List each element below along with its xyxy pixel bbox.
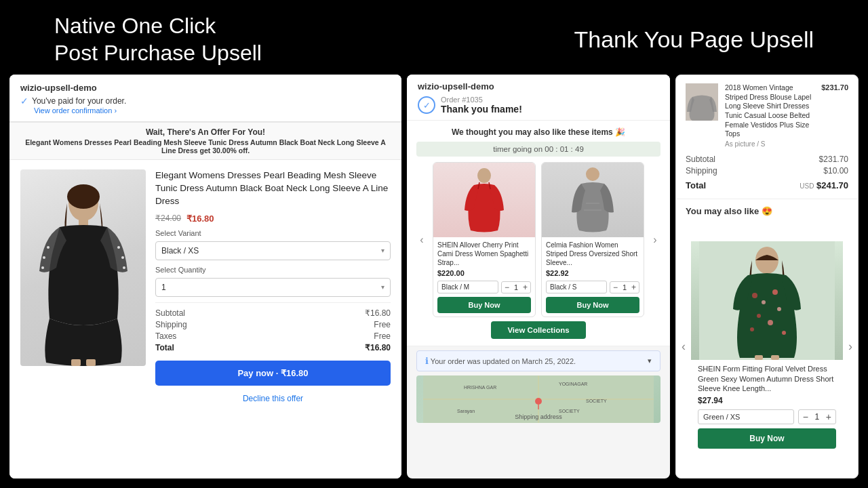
variant-select-group: Select Variant Black / XS ▾ [155, 229, 391, 260]
chevron-down-icon-qty: ▾ [381, 283, 384, 291]
red-dress-illustration [460, 166, 508, 234]
card-2-price: $22.92 [546, 269, 639, 277]
card-2-title: Celmia Fashion Women Striped Dress Overs… [546, 241, 639, 267]
right-qty-increase[interactable]: + [826, 412, 831, 422]
product-card-1: SHEIN Allover Cherry Print Cami Dress Wo… [433, 162, 536, 317]
right-shipping-value: $10.00 [823, 166, 848, 176]
may-like-title: We thought you may also like these items… [416, 127, 660, 137]
card-1-buy-button[interactable]: Buy Now [437, 297, 531, 313]
offer-title: Wait, There's An Offer For You! [23, 127, 388, 137]
header-left-line1: Native One Click [54, 12, 262, 39]
left-store-name: wizio-upsell-demo [20, 83, 391, 93]
card-2-info: Celmia Fashion Women Striped Dress Overs… [542, 237, 644, 317]
right-total-row: Total USD $241.70 [686, 180, 848, 190]
right-variant-dropdown[interactable]: Green / XS [698, 409, 794, 424]
prev-arrow-icon[interactable]: ‹ [416, 162, 427, 317]
card-1-qty-controls: − 1 + [501, 281, 531, 293]
mid-store-name: wizio-upsell-demo [418, 81, 659, 92]
total-value: ₹16.80 [365, 343, 391, 352]
right-order-item: 2018 Women Vintage Striped Dress Blouse … [686, 83, 848, 148]
card-2-qty-controls: − 1 + [610, 281, 639, 293]
card-2-buy-button[interactable]: Buy Now [546, 297, 639, 313]
you-may-like-header: You may also like 😍 [676, 199, 858, 216]
svg-point-14 [586, 167, 599, 181]
card-1-image [433, 163, 535, 237]
offer-description: Elegant Womens Dresses Pearl Beading Mes… [23, 138, 388, 155]
quantity-label: Select Quantity [155, 266, 391, 274]
total-row: Total ₹16.80 [155, 343, 391, 352]
right-card-info: SHEIN Form Fitting Floral Velvet Dress G… [691, 360, 843, 453]
dress-illustration [29, 183, 138, 366]
svg-rect-9 [71, 359, 81, 366]
view-order-link[interactable]: View order confirmation › [34, 106, 391, 115]
decline-offer-link[interactable]: Decline this offer [155, 394, 391, 403]
right-shipping-label: Shipping [686, 166, 717, 176]
subtotal-value: ₹16.80 [365, 308, 391, 318]
right-grand-total: $241.70 [816, 180, 848, 190]
right-subtotal-label: Subtotal [686, 155, 715, 164]
right-item-variant: As picture / S [725, 140, 814, 148]
price-row: ₹24.00 ₹16.80 [155, 214, 391, 224]
right-order-summary: 2018 Women Vintage Striped Dress Blouse … [676, 75, 858, 199]
card-2-qty-decrease[interactable]: − [613, 283, 618, 291]
totals: Subtotal ₹16.80 Shipping Free Taxes Free… [155, 302, 391, 352]
paid-message-row: ✓ You've paid for your order. [20, 96, 391, 106]
svg-point-1 [67, 184, 100, 209]
price-sale: ₹16.80 [186, 214, 214, 224]
card-1-qty-value: 1 [511, 283, 521, 291]
header: Native One Click Post Purchase Upsell Th… [0, 0, 868, 75]
right-next-arrow-icon[interactable]: › [846, 340, 855, 354]
right-card-image [691, 241, 843, 360]
card-2-qty-increase[interactable]: + [631, 283, 636, 291]
svg-point-34 [757, 314, 761, 318]
chevron-down-icon-order: ▾ [648, 357, 652, 365]
right-panel: 2018 Women Vintage Striped Dress Blouse … [675, 75, 859, 479]
floral-dress-illustration [691, 241, 843, 360]
left-store-header: wizio-upsell-demo ✓ You've paid for your… [9, 75, 401, 122]
order-updated-left: ℹ Your order was updated on March 25, 20… [425, 356, 576, 366]
svg-point-37 [750, 327, 754, 331]
svg-point-8 [123, 266, 125, 269]
taxes-value: Free [374, 331, 391, 341]
mid-order-info: ✓ Order #1035 Thank you fname! [418, 96, 659, 115]
svg-text:SOCIETY: SOCIETY [586, 399, 607, 403]
product-image-wrap [20, 169, 146, 469]
quantity-dropdown[interactable]: 1 ▾ [155, 278, 391, 297]
right-item-title: 2018 Women Vintage Striped Dress Blouse … [725, 83, 814, 139]
card-1-qty-decrease[interactable]: − [505, 283, 509, 291]
panels: wizio-upsell-demo ✓ You've paid for your… [0, 75, 868, 488]
right-item-image [686, 83, 718, 121]
total-label: Total [155, 343, 174, 352]
svg-point-7 [121, 256, 124, 259]
view-collections-button[interactable]: View Collections [491, 321, 585, 339]
card-2-variant[interactable]: Black / S [546, 281, 607, 293]
card-1-controls: Black / M − 1 + [437, 281, 531, 293]
right-card-price: $27.94 [698, 396, 836, 405]
card-1-qty-increase[interactable]: + [523, 283, 528, 291]
map-area: HRISHNA GAR YOGINAGAR SOCIETY Sarayan SO… [416, 375, 660, 423]
right-totals: Subtotal $231.70 Shipping $10.00 Total U… [686, 155, 848, 190]
svg-point-36 [777, 307, 781, 311]
card-1-variant[interactable]: Black / M [437, 281, 498, 293]
product-card-2: Celmia Fashion Women Striped Dress Overs… [541, 162, 644, 317]
next-arrow-icon[interactable]: › [650, 162, 660, 317]
card-1-info: SHEIN Allover Cherry Print Cami Dress Wo… [433, 237, 535, 317]
right-prev-arrow-icon[interactable]: ‹ [679, 340, 688, 354]
subtotal-row: Subtotal ₹16.80 [155, 308, 391, 318]
order-item-illustration [686, 83, 718, 121]
right-qty-controls: − 1 + [798, 409, 836, 424]
shipping-address-label: Shipping address [515, 413, 562, 420]
header-left-line2: Post Purchase Upsell [54, 39, 262, 66]
right-qty-decrease[interactable]: − [803, 412, 808, 422]
svg-point-6 [117, 246, 120, 249]
variant-dropdown[interactable]: Black / XS ▾ [155, 241, 391, 260]
svg-point-3 [47, 246, 50, 249]
right-buy-button[interactable]: Buy Now [698, 428, 836, 449]
order-number: Order #1035 [441, 96, 522, 104]
offer-discount: get 30.00% off. [200, 146, 250, 155]
right-subtotal-row: Subtotal $231.70 [686, 155, 848, 164]
check-circle-icon: ✓ [418, 96, 435, 114]
taxes-label: Taxes [155, 331, 176, 341]
right-card-controls: Green / XS − 1 + [698, 409, 836, 424]
pay-now-button[interactable]: Pay now · ₹16.80 [155, 361, 391, 386]
